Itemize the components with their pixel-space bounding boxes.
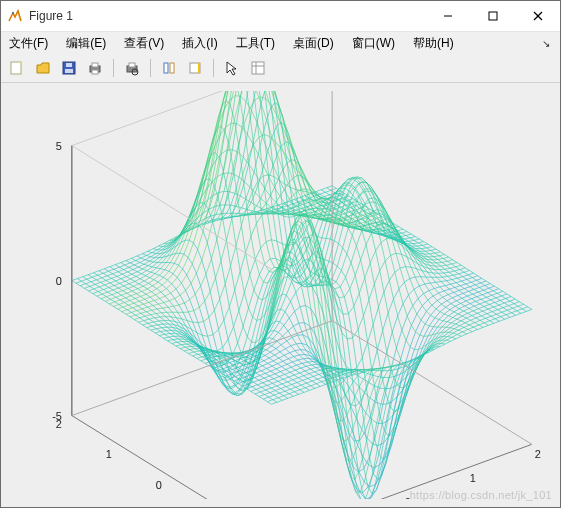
- toolbar-separator: [113, 59, 114, 77]
- svg-text:0: 0: [56, 275, 62, 287]
- open-file-button[interactable]: [31, 56, 55, 80]
- axes-area[interactable]: -2-1012-2-1012-505 https://blog.csdn.net…: [1, 83, 560, 507]
- svg-rect-15: [164, 63, 168, 73]
- link-axes-button[interactable]: [157, 56, 181, 80]
- save-button[interactable]: [57, 56, 81, 80]
- svg-rect-7: [65, 69, 73, 73]
- svg-line-23: [72, 416, 272, 499]
- svg-point-0: [12, 12, 14, 14]
- menu-desktop[interactable]: 桌面(D): [289, 33, 338, 54]
- svg-rect-2: [489, 12, 497, 20]
- menu-edit[interactable]: 编辑(E): [62, 33, 110, 54]
- svg-rect-13: [129, 63, 135, 67]
- svg-rect-16: [170, 63, 174, 73]
- close-button[interactable]: [515, 1, 560, 31]
- menu-tools[interactable]: 工具(T): [232, 33, 279, 54]
- maximize-button[interactable]: [470, 1, 515, 31]
- toolbar-separator: [150, 59, 151, 77]
- svg-text:0: 0: [156, 479, 162, 491]
- menu-insert[interactable]: 插入(I): [178, 33, 221, 54]
- svg-rect-11: [92, 70, 98, 74]
- watermark-text: https://blog.csdn.net/jk_101: [410, 489, 552, 501]
- figure-toolbar: [1, 54, 560, 83]
- svg-rect-18: [198, 63, 200, 73]
- print-preview-button[interactable]: [120, 56, 144, 80]
- svg-line-24: [332, 321, 532, 445]
- svg-text:1: 1: [106, 448, 112, 460]
- matlab-figure-icon: [7, 8, 23, 24]
- svg-rect-19: [252, 62, 264, 74]
- property-editor-button[interactable]: [246, 56, 270, 80]
- svg-text:1: 1: [470, 472, 476, 484]
- print-button[interactable]: [83, 56, 107, 80]
- menu-view[interactable]: 查看(V): [120, 33, 168, 54]
- minimize-button[interactable]: [425, 1, 470, 31]
- menu-file[interactable]: 文件(F): [5, 33, 52, 54]
- svg-rect-10: [92, 63, 98, 67]
- titlebar[interactable]: Figure 1: [1, 1, 560, 32]
- window-controls: [425, 1, 560, 31]
- new-figure-button[interactable]: [5, 56, 29, 80]
- svg-text:-5: -5: [52, 410, 62, 422]
- menubar: 文件(F) 编辑(E) 查看(V) 插入(I) 工具(T) 桌面(D) 窗口(W…: [1, 32, 560, 54]
- toolbar-overflow-icon[interactable]: ↘: [542, 38, 556, 49]
- svg-text:2: 2: [535, 448, 541, 460]
- menu-help[interactable]: 帮助(H): [409, 33, 458, 54]
- toolbar-separator: [213, 59, 214, 77]
- figure-window: Figure 1 文件(F) 编辑(E) 查看(V) 插入(I) 工具(T) 桌…: [0, 0, 561, 508]
- surface-mesh-plot: -2-1012-2-1012-505: [33, 91, 550, 499]
- window-title: Figure 1: [29, 9, 425, 23]
- svg-text:5: 5: [56, 140, 62, 152]
- insert-colorbar-button[interactable]: [183, 56, 207, 80]
- edit-plot-button[interactable]: [220, 56, 244, 80]
- svg-rect-5: [11, 62, 21, 74]
- svg-rect-8: [66, 63, 72, 67]
- svg-line-28: [72, 91, 332, 146]
- menu-window[interactable]: 窗口(W): [348, 33, 399, 54]
